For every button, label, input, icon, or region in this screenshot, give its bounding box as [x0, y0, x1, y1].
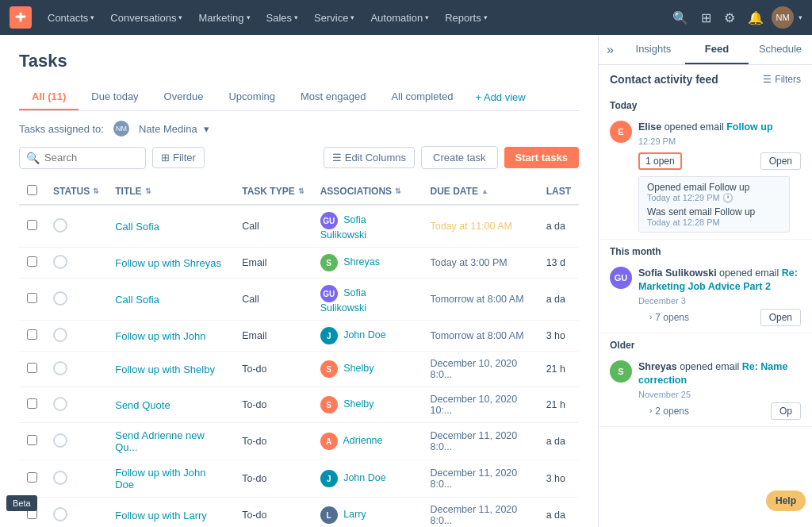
- contact-link[interactable]: Larry: [343, 509, 366, 520]
- tab-overdue[interactable]: Overdue: [151, 84, 216, 110]
- start-tasks-button[interactable]: Start tasks: [504, 147, 579, 168]
- search-icon[interactable]: 🔍: [668, 7, 693, 29]
- status-circle: [53, 507, 67, 521]
- edit-columns-button[interactable]: ☰ Edit Columns: [324, 147, 415, 168]
- task-association: J John Doe: [312, 460, 423, 498]
- feed-sub-item: Opened email Follow up Today at 12:29 PM…: [647, 182, 781, 203]
- search-input[interactable]: [44, 152, 132, 163]
- col-header-associations: ASSOCIATIONS ⇅: [312, 179, 423, 205]
- beta-badge[interactable]: Beta: [6, 495, 37, 511]
- feed-avatar: GU: [610, 267, 632, 289]
- feed-section-today: Today: [599, 94, 812, 114]
- task-association: GU Sofia Sulikowski: [312, 205, 423, 248]
- task-association: J John Doe: [312, 321, 423, 352]
- chevron-down-icon: ▾: [484, 13, 488, 21]
- open-button[interactable]: Open: [760, 152, 801, 170]
- assigned-chevron-icon[interactable]: ▾: [204, 123, 209, 135]
- feed-item-text: Sofia Sulikowski opened email Re: Market…: [638, 267, 801, 294]
- sort-icon: ⇅: [145, 187, 151, 195]
- opens-toggle[interactable]: › 2 opens: [638, 404, 700, 418]
- task-association: L Larry: [312, 498, 423, 528]
- nav-contacts[interactable]: Contacts ▾: [41, 9, 101, 27]
- nav-marketing[interactable]: Marketing ▾: [192, 9, 256, 27]
- feed-item: E Elise opened email Follow up 12:29 PM …: [599, 114, 812, 240]
- tab-all[interactable]: All (11): [19, 84, 79, 110]
- row-checkbox[interactable]: [27, 293, 37, 303]
- assigned-label: Tasks assigned to:: [19, 123, 104, 135]
- contact-link[interactable]: Shelby: [343, 398, 373, 410]
- select-all-checkbox[interactable]: [27, 185, 37, 195]
- row-checkbox[interactable]: [27, 220, 37, 230]
- last-activity: 3 ho: [538, 321, 579, 352]
- row-checkbox[interactable]: [27, 398, 37, 409]
- chevron-down-icon: ▾: [90, 13, 94, 21]
- help-badge[interactable]: Help: [766, 490, 806, 511]
- chevron-down-icon: ▾: [247, 13, 251, 21]
- feed-avatar: S: [610, 360, 632, 383]
- status-circle: [53, 255, 67, 269]
- task-title-link[interactable]: Follow up with Larry: [115, 510, 207, 521]
- nav-automation[interactable]: Automation ▾: [364, 9, 435, 27]
- feed-sub-items: Opened email Follow up Today at 12:29 PM…: [638, 176, 790, 233]
- side-tab-feed[interactable]: Feed: [685, 35, 749, 64]
- table-row: Send Quote To-do S Shelby December 10, 2…: [19, 387, 579, 423]
- row-checkbox[interactable]: [27, 435, 37, 445]
- nav-service[interactable]: Service ▾: [308, 9, 361, 27]
- create-task-button[interactable]: Create task: [421, 146, 497, 169]
- search-box[interactable]: 🔍: [19, 147, 146, 169]
- row-checkbox[interactable]: [27, 256, 37, 267]
- contact-link[interactable]: Shelby: [343, 363, 373, 374]
- task-title-link[interactable]: Follow up with Shelby: [115, 364, 215, 375]
- contact-link[interactable]: John Doe: [343, 329, 386, 340]
- task-title-link[interactable]: Follow up with Shreyas: [115, 257, 221, 269]
- task-type: Email: [234, 321, 312, 352]
- feed-email-link[interactable]: Follow up: [726, 121, 772, 133]
- task-title-link[interactable]: Send Adrienne new Qu...: [115, 429, 205, 453]
- filters-button[interactable]: ☰ Filters: [763, 74, 801, 85]
- contact-link[interactable]: John Doe: [343, 472, 386, 483]
- tab-upcoming[interactable]: Upcoming: [216, 84, 288, 110]
- task-title-link[interactable]: Call Sofia: [115, 221, 159, 233]
- filter-button[interactable]: ⊞ Filter: [152, 147, 205, 168]
- nav-sales[interactable]: Sales ▾: [260, 9, 305, 27]
- task-type: To-do: [234, 423, 312, 460]
- row-checkbox[interactable]: [27, 472, 37, 483]
- row-checkbox[interactable]: [27, 363, 37, 373]
- contact-link[interactable]: Shreyas: [343, 256, 380, 267]
- task-title-link[interactable]: Follow up with John: [115, 330, 205, 342]
- tab-add-view[interactable]: + Add view: [465, 85, 534, 110]
- task-title-link[interactable]: Call Sofia: [115, 294, 159, 306]
- task-association: S Shreyas: [312, 248, 423, 279]
- tab-due-today[interactable]: Due today: [79, 84, 151, 110]
- nav-conversations[interactable]: Conversations ▾: [104, 9, 189, 27]
- side-tab-schedule[interactable]: Schedule: [749, 35, 812, 64]
- task-title-link[interactable]: Follow up with John Doe: [115, 467, 205, 490]
- sort-icon: ▲: [481, 187, 488, 195]
- side-panel-header: Contact activity feed ☰ Filters: [599, 65, 812, 94]
- notifications-icon[interactable]: 🔔: [743, 7, 768, 29]
- task-type: Email: [234, 248, 312, 279]
- user-menu-chevron[interactable]: ▾: [799, 13, 802, 21]
- expand-icon[interactable]: »: [599, 38, 622, 62]
- contact-link[interactable]: Adrienne: [343, 435, 382, 446]
- hubspot-logo[interactable]: [10, 6, 32, 29]
- feed-item-text: Shreyas opened email Re: Name correction: [638, 360, 801, 388]
- open-button[interactable]: Op: [771, 402, 801, 420]
- user-avatar[interactable]: NM: [772, 6, 794, 29]
- task-title-link[interactable]: Send Quote: [115, 399, 170, 411]
- grid-icon[interactable]: ⊞: [696, 7, 716, 29]
- tab-all-completed[interactable]: All completed: [378, 84, 465, 110]
- search-icon: 🔍: [26, 152, 40, 164]
- tab-most-engaged[interactable]: Most engaged: [288, 84, 378, 110]
- feed-open-badge[interactable]: 1 open: [638, 152, 682, 170]
- assigned-user-name: Nate Medina: [139, 123, 197, 135]
- feed-time: December 3: [638, 296, 801, 306]
- due-date: December 11, 2020 8:0...: [422, 423, 538, 460]
- due-date: Today at 3:00 PM: [422, 248, 538, 279]
- opens-toggle[interactable]: › 7 opens: [638, 310, 700, 325]
- open-button[interactable]: Open: [760, 309, 801, 326]
- nav-reports[interactable]: Reports ▾: [439, 9, 494, 27]
- side-tab-insights[interactable]: Insights: [622, 35, 685, 64]
- row-checkbox[interactable]: [27, 329, 37, 340]
- settings-icon[interactable]: ⚙: [719, 7, 740, 29]
